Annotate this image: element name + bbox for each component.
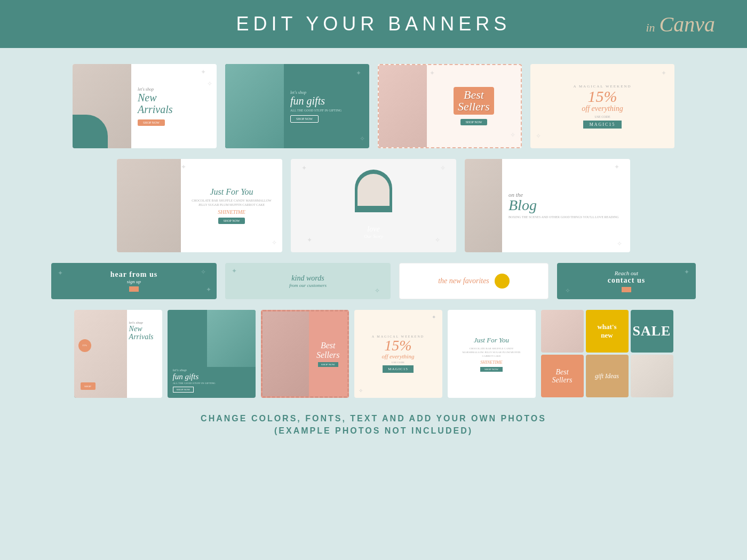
- banner-best-sellers[interactable]: BestSellers SHOP NOW ✦ ✧: [378, 64, 522, 148]
- sq-best-sellers[interactable]: BestSellers SHOP NOW: [261, 310, 349, 398]
- sq-btn[interactable]: SHOP NOW: [480, 367, 503, 372]
- sparkle-deco: ✧: [617, 240, 622, 248]
- banner-row-3: ✦ ✧ ✦ hear from us sign up ✦ ✧ kind word…: [32, 263, 715, 299]
- header-canva-logo: in Canva: [646, 12, 715, 37]
- banner-blog-text: on the Blog BOXING THE SCENES AND OTHER …: [502, 159, 630, 252]
- sq-title: NewArrivals: [129, 325, 154, 341]
- banner-just-for-you[interactable]: Just For You CHOCOLATE BAR SHUFFLE CANDY…: [117, 159, 282, 252]
- sq-btn[interactable]: SHOP: [81, 382, 96, 390]
- banner-new-arrivals[interactable]: 15%magic let's shop NewArrivals SHOP NOW…: [73, 64, 217, 148]
- sparkle-deco: ✦: [181, 163, 186, 171]
- photo-placeholder: [379, 65, 427, 147]
- banner-on-blog[interactable]: on the Blog BOXING THE SCENES AND OTHER …: [465, 159, 630, 252]
- arch-shape: [355, 170, 392, 212]
- shop-now-btn[interactable]: SHOP NOW: [290, 115, 319, 123]
- sparkle-deco: ✦: [430, 69, 435, 77]
- arch-photo: [357, 174, 390, 206]
- banner-best-sellers-text: BestSellers SHOP NOW: [427, 65, 521, 147]
- sq-text-area: Just For You CHOCOLATE BAR SHUFFLE CANDY…: [448, 310, 536, 398]
- lets-shop-label: let's shop: [138, 87, 210, 92]
- promo-code: MAGIC15: [583, 121, 622, 129]
- footer-line-2: (EXAMPLE PHOTOS NOT INCLUDED): [32, 426, 715, 436]
- header-title: EDIT YOUR BANNERS: [236, 13, 511, 35]
- sq-sale[interactable]: SALE: [631, 310, 673, 353]
- blog-label: Blog: [508, 198, 624, 213]
- sq-code: MAGIC15: [383, 365, 413, 373]
- sq-text-area: let's shop NewArrivals: [125, 316, 158, 346]
- header-in: in: [646, 21, 655, 35]
- strip-subtitle: sign up: [127, 279, 141, 284]
- sparkle-deco: ✦: [356, 69, 361, 77]
- sparkle-deco: ✦: [232, 267, 237, 275]
- sq-just-for-you[interactable]: Just For You CHOCOLATE BAR SHUFFLE CANDY…: [448, 310, 536, 398]
- sq-badge: 15%: [78, 339, 91, 352]
- sparkle-deco: ✧: [536, 132, 541, 140]
- best-sellers-label: BestSellers: [552, 368, 572, 385]
- percent-label: 15%: [588, 89, 617, 105]
- sale-label: SALE: [633, 323, 671, 339]
- strip-kind-words[interactable]: ✦ ✧ kind words from our customers: [225, 263, 391, 299]
- blog-subtitle: BOXING THE SCENES AND OTHER GOOD THINGS …: [508, 215, 624, 219]
- sparkle-deco: ✧: [375, 287, 380, 295]
- sq-title: BestSellers: [316, 341, 340, 359]
- sparkle-deco: ✦: [301, 164, 307, 172]
- banner-row-2: Just For You CHOCOLATE BAR SHUFFLE CANDY…: [32, 159, 715, 252]
- sq-text-area: BestSellers SHOP NOW: [309, 311, 347, 396]
- banner-new-arrivals-text: let's shop NewArrivals SHOP NOW: [131, 64, 217, 148]
- shop-now-btn[interactable]: SHOP NOW: [460, 119, 488, 125]
- strip-title: hear from us: [110, 270, 157, 279]
- strip-hear-from-us[interactable]: ✦ ✧ ✦ hear from us sign up: [51, 263, 217, 299]
- sparkle-deco: ✦: [614, 163, 619, 171]
- banner-row-4: let's shop NewArrivals SHOP 15% let's sh…: [32, 310, 715, 398]
- shop-now-btn[interactable]: SHOP NOW: [218, 218, 245, 224]
- banner-title: fun gifts: [290, 95, 363, 107]
- strip-new-favorites[interactable]: the new favorites: [399, 263, 549, 299]
- footer: CHANGE COLORS, FONTS, TEXT AND ADD YOUR …: [32, 409, 715, 436]
- strip-subtitle: from our customers: [289, 283, 327, 288]
- story-label: Our Story: [364, 234, 383, 239]
- sq-fun-gifts[interactable]: let's shop fun gifts ALL THE GOOD STUFF …: [168, 310, 256, 398]
- strip-btn[interactable]: [622, 287, 631, 292]
- sq-photo-1: [541, 310, 584, 353]
- shop-now-btn[interactable]: SHOP NOW: [138, 119, 165, 126]
- sparkle-deco: ✧: [510, 131, 515, 139]
- photo-area: [207, 310, 256, 367]
- sq-pct: 15%: [384, 338, 411, 353]
- sq-btn[interactable]: SHOP NOW: [173, 387, 194, 393]
- sparkle-deco: ✧: [359, 388, 363, 394]
- sq-15pct-off[interactable]: A MAGICAL WEEKEND 15% off everything USE…: [354, 310, 442, 398]
- sparkle-deco: ✧: [435, 236, 440, 244]
- sq-title: fun gifts: [173, 372, 199, 381]
- banner-15pct-off[interactable]: A MAGICAL WEEKEND 15% off everything USE…: [530, 64, 674, 148]
- banner-title: Just For You: [210, 187, 253, 197]
- banner-title: NewArrivals: [138, 92, 210, 115]
- sq-grid-right: what'snew SALE BestSellers gift Ideas: [541, 310, 673, 398]
- strip-contact-us[interactable]: ✦ ✧ Reach out contact us: [557, 263, 696, 299]
- photo-placeholder: [117, 159, 181, 252]
- sq-lets: let's shop: [129, 321, 154, 325]
- sq-gift-ideas[interactable]: gift Ideas: [586, 355, 629, 397]
- main-content: 15%magic let's shop NewArrivals SHOP NOW…: [0, 48, 747, 452]
- whats-new-label: what'snew: [597, 323, 616, 339]
- banner-just-for-you-text: Just For You CHOCOLATE BAR SHUFFLE CANDY…: [181, 159, 282, 252]
- sparkle-deco: ✦: [684, 268, 689, 276]
- sq-new-arrivals[interactable]: let's shop NewArrivals SHOP 15%: [74, 310, 162, 398]
- photo-placeholder: [225, 64, 284, 148]
- banner-fun-gifts[interactable]: let's shop fun gifts ALL THE GOOD STUFF …: [225, 64, 369, 148]
- sq-sub: CHOCOLATE BAR SHUFFLE CANDYMARSHMALLOW J…: [463, 347, 521, 358]
- sq-shine: SHINETIME: [480, 360, 502, 365]
- banner-new-arrivals-photo: 15%magic: [73, 64, 131, 148]
- banner-row-1: 15%magic let's shop NewArrivals SHOP NOW…: [32, 64, 715, 148]
- sq-off: off everything: [382, 353, 415, 359]
- sparkle-deco: ✦: [58, 269, 63, 277]
- strip-title: kind words: [291, 274, 324, 283]
- banner-love-story[interactable]: ✦ ✧ ✦ ✧ love Our Story: [291, 159, 456, 252]
- sparkle-deco: ✧: [272, 239, 277, 247]
- sq-btn[interactable]: SHOP NOW: [318, 362, 338, 367]
- banner-subtitle: CHOCOLATE BAR SHUFFLE CANDY MARSHMALLOW …: [187, 198, 276, 207]
- sq-whats-new[interactable]: what'snew: [586, 310, 629, 353]
- sq-best-sellers-small[interactable]: BestSellers: [541, 355, 584, 397]
- sq-photo-2: [631, 355, 673, 397]
- strip-btn[interactable]: [129, 286, 139, 292]
- sparkle-deco: ✧: [440, 164, 446, 172]
